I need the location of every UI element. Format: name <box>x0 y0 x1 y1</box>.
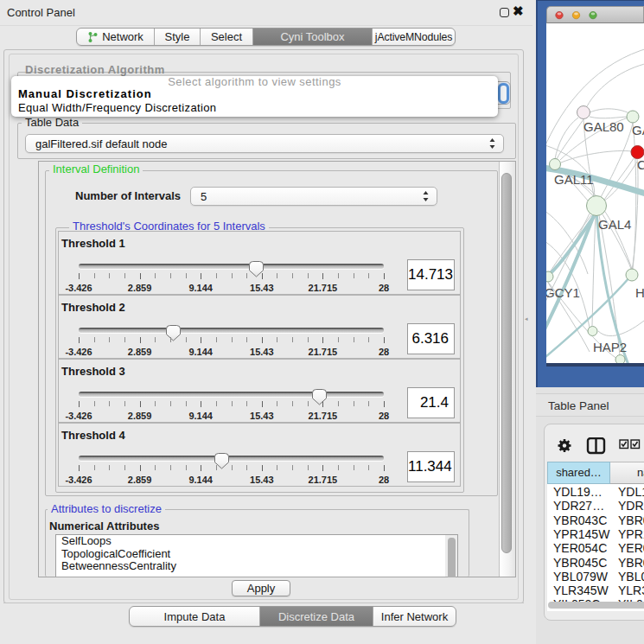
svg-text:HAP2: HAP2 <box>593 340 627 354</box>
svg-text:H: H <box>635 285 644 300</box>
svg-text:C: C <box>637 157 644 172</box>
svg-text:GAL11: GAL11 <box>554 172 594 187</box>
svg-text:GAL4: GAL4 <box>598 217 631 232</box>
svg-text:GAL80: GAL80 <box>583 119 624 134</box>
svg-text:GA: GA <box>632 123 644 137</box>
svg-text:GCY1: GCY1 <box>546 285 580 300</box>
